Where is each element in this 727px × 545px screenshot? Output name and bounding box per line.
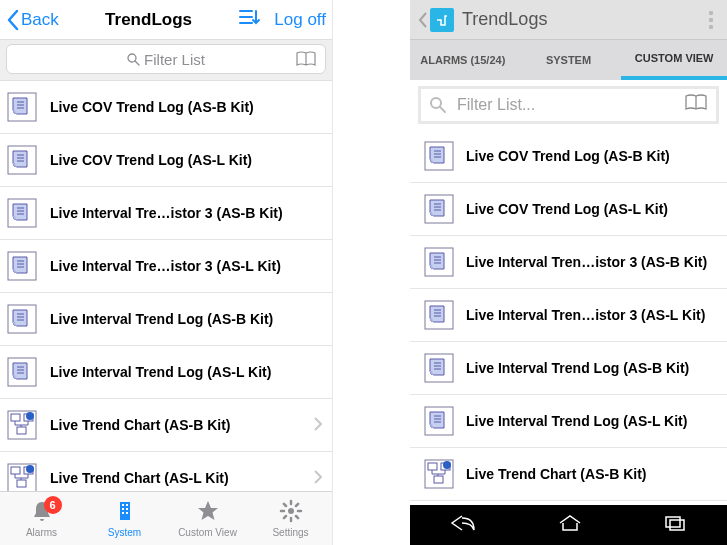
svg-rect-57: [122, 504, 124, 506]
svg-rect-59: [122, 508, 124, 510]
chevron-left-icon: [418, 12, 428, 28]
trend-log-icon: [424, 142, 454, 170]
trend-log-icon: [424, 407, 454, 435]
list-item[interactable]: Live COV Trend Log (AS-B Kit): [410, 130, 727, 183]
search-icon: [429, 96, 447, 114]
list-item[interactable]: Live Interval Tre…istor 3 (AS-L Kit): [0, 240, 332, 293]
tab-label: Custom View: [178, 527, 237, 538]
logoff-button[interactable]: Log off: [274, 10, 326, 30]
building-icon: [113, 499, 137, 525]
trend-log-icon: [6, 91, 38, 123]
list-item-label: Live Trend Chart (AS-B Kit): [50, 417, 302, 433]
android-back-icon[interactable]: [450, 514, 478, 536]
trend-log-icon: [424, 354, 454, 382]
list-item[interactable]: Live Trend Chart (AS-B Kit): [410, 448, 727, 501]
tab-custom-view[interactable]: Custom View: [166, 492, 249, 545]
tab-alarms[interactable]: ALARMS (15/24): [410, 40, 516, 80]
svg-line-65: [440, 107, 445, 112]
list-item[interactable]: Live Interval Tren…istor 3 (AS-L Kit): [410, 289, 727, 342]
list-item[interactable]: Live Interval Trend Log (AS-B Kit): [410, 342, 727, 395]
svg-rect-61: [122, 512, 124, 514]
back-label: Back: [21, 10, 59, 30]
star-icon: [196, 499, 220, 525]
list-item-label: Live Interval Tren…istor 3 (AS-L Kit): [466, 307, 705, 323]
svg-rect-56: [120, 502, 130, 520]
tab-settings[interactable]: Settings: [249, 492, 332, 545]
list-item[interactable]: Live COV Trend Log (AS-L Kit): [0, 134, 332, 187]
list-item[interactable]: Live Interval Tren…istor 3 (AS-B Kit): [410, 236, 727, 289]
svg-point-46: [26, 465, 34, 473]
chevron-right-icon: [314, 470, 322, 487]
android-header: TrendLogs: [410, 0, 727, 40]
chevron-left-icon: [6, 9, 19, 31]
list-item-label: Live Interval Trend Log (AS-L Kit): [50, 364, 322, 380]
ios-tabbar: 6 Alarms System Custom View Settings: [0, 491, 332, 545]
alarms-badge: 6: [44, 496, 62, 514]
svg-point-63: [288, 508, 294, 514]
svg-rect-100: [670, 520, 684, 530]
android-list[interactable]: Live COV Trend Log (AS-B Kit)Live COV Tr…: [410, 130, 727, 501]
trend-chart-icon: [6, 409, 38, 441]
list-item-label: Live COV Trend Log (AS-B Kit): [466, 148, 670, 164]
tab-custom-view[interactable]: CUSTOM VIEW: [621, 40, 727, 80]
svg-point-37: [26, 412, 34, 420]
tab-system[interactable]: SYSTEM: [516, 40, 622, 80]
svg-rect-60: [126, 508, 128, 510]
android-screen: TrendLogs ALARMS (15/24) SYSTEM CUSTOM V…: [410, 0, 727, 545]
search-placeholder: Filter List...: [457, 96, 674, 114]
list-item-label: Live COV Trend Log (AS-L Kit): [50, 152, 322, 168]
page-title: TrendLogs: [462, 9, 547, 30]
android-home-icon[interactable]: [557, 514, 583, 536]
list-item[interactable]: Live Interval Trend Log (AS-L Kit): [0, 346, 332, 399]
list-item[interactable]: Live Interval Tre…istor 3 (AS-B Kit): [0, 187, 332, 240]
page-title: TrendLogs: [59, 10, 239, 30]
ios-nav-right: Log off: [238, 8, 326, 31]
list-item-label: Live Interval Trend Log (AS-B Kit): [466, 360, 689, 376]
android-recents-icon[interactable]: [663, 514, 687, 536]
ios-navbar: Back TrendLogs Log off: [0, 0, 332, 40]
search-input[interactable]: Filter List: [6, 44, 326, 74]
svg-point-98: [443, 461, 451, 469]
ios-screen: Back TrendLogs Log off Filter List Live …: [0, 0, 333, 545]
search-placeholder: Filter List: [7, 51, 325, 68]
search-icon: [127, 53, 140, 66]
back-button[interactable]: Back: [6, 9, 59, 31]
book-icon[interactable]: [295, 50, 317, 72]
trend-log-icon: [6, 144, 38, 176]
ios-list[interactable]: Live COV Trend Log (AS-B Kit)Live COV Tr…: [0, 81, 332, 545]
tab-alarms[interactable]: 6 Alarms: [0, 492, 83, 545]
list-item[interactable]: Live Interval Trend Log (AS-L Kit): [410, 395, 727, 448]
tab-system[interactable]: System: [83, 492, 166, 545]
app-icon: [430, 8, 454, 32]
list-item-label: Live COV Trend Log (AS-L Kit): [466, 201, 668, 217]
list-item-label: Live Interval Tren…istor 3 (AS-B Kit): [466, 254, 707, 270]
list-item-label: Live Interval Tre…istor 3 (AS-L Kit): [50, 258, 322, 274]
list-item-label: Live Trend Chart (AS-B Kit): [466, 466, 646, 482]
svg-rect-99: [666, 517, 680, 527]
list-item[interactable]: Live COV Trend Log (AS-B Kit): [0, 81, 332, 134]
sort-icon[interactable]: [238, 8, 260, 31]
trend-log-icon: [6, 303, 38, 335]
search-input[interactable]: Filter List...: [418, 86, 719, 124]
list-item[interactable]: Live Interval Trend Log (AS-B Kit): [0, 293, 332, 346]
chevron-right-icon: [314, 417, 322, 434]
android-navbar: [410, 505, 727, 545]
trend-log-icon: [424, 301, 454, 329]
list-item[interactable]: Live Trend Chart (AS-B Kit): [0, 399, 332, 452]
overflow-menu-icon[interactable]: [703, 5, 719, 35]
trend-log-icon: [6, 250, 38, 282]
list-item-label: Live Interval Tre…istor 3 (AS-B Kit): [50, 205, 322, 221]
back-button[interactable]: [418, 8, 454, 32]
list-item[interactable]: Live COV Trend Log (AS-L Kit): [410, 183, 727, 236]
trend-chart-icon: [424, 460, 454, 488]
svg-line-4: [135, 61, 139, 65]
list-item-label: Live Interval Trend Log (AS-B Kit): [50, 311, 322, 327]
book-icon[interactable]: [684, 93, 708, 117]
trend-log-icon: [6, 356, 38, 388]
svg-rect-58: [126, 504, 128, 506]
tab-label: Settings: [272, 527, 308, 538]
trend-log-icon: [424, 248, 454, 276]
trend-chart-icon: [6, 462, 38, 494]
list-item-label: Live Interval Trend Log (AS-L Kit): [466, 413, 687, 429]
android-tabs: ALARMS (15/24) SYSTEM CUSTOM VIEW: [410, 40, 727, 80]
